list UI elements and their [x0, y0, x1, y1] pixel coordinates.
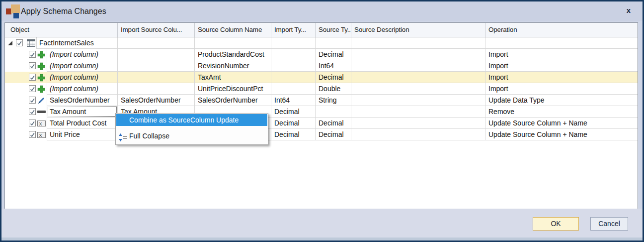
logo-blue-square [13, 13, 19, 18]
import_type-cell[interactable]: Int64 [271, 95, 316, 106]
source_description-cell[interactable] [351, 72, 485, 83]
window-title: Apply Schema Changes [21, 1, 106, 21]
import_source-cell[interactable] [118, 37, 195, 49]
import_type-cell[interactable] [271, 60, 316, 72]
object-name-cell[interactable]: (Import column) [47, 83, 118, 95]
object-name-label: Tax Amount [50, 108, 86, 116]
column-header-object[interactable]: Object [5, 23, 118, 37]
source_column-cell[interactable]: RevisionNumber [195, 60, 271, 72]
source_description-cell[interactable] [351, 49, 485, 60]
source_description-cell[interactable] [351, 118, 485, 129]
row-checkbox[interactable] [29, 85, 36, 92]
object-name-cell[interactable]: Total Product Cost [47, 118, 118, 129]
menu-item-combine-as-sourcecolumn-update[interactable]: Combine as SourceColumn Update [116, 114, 267, 126]
import_type-cell[interactable] [271, 49, 316, 60]
import_source-cell[interactable] [118, 83, 195, 95]
import_type-cell[interactable]: Decimal [271, 129, 316, 140]
row-checkbox[interactable] [29, 74, 36, 81]
object-cell: (Import column) [5, 60, 118, 72]
object-name-cell[interactable]: (Import column) [47, 72, 118, 83]
source_description-cell[interactable] [351, 106, 485, 118]
object-name-label: (Import column) [50, 85, 98, 93]
menu-item-label: Full Collapse [129, 132, 169, 140]
import_source-cell[interactable] [118, 49, 195, 60]
row-checkbox[interactable] [29, 108, 36, 115]
source_description-cell[interactable] [351, 37, 485, 49]
import_source-cell[interactable] [118, 60, 195, 72]
cancel-button[interactable]: Cancel [590, 217, 628, 231]
operation-cell[interactable]: Update Source Column + Name [485, 129, 638, 140]
column-header-import_source[interactable]: Import Source Colu... [118, 23, 195, 37]
app-logo-icon [4, 3, 20, 19]
row-checkbox[interactable] [29, 97, 36, 104]
import_source-cell[interactable] [118, 72, 195, 83]
source_type-cell[interactable]: Decimal [316, 49, 351, 60]
source_column-cell[interactable]: ProductStandardCost [195, 49, 271, 60]
window-bottom-edge [1, 238, 643, 241]
source_type-cell[interactable]: Double [316, 83, 351, 95]
source_description-cell[interactable] [351, 129, 485, 140]
operation-cell[interactable]: Import [485, 60, 638, 72]
close-icon[interactable]: x [627, 6, 631, 14]
source_type-cell[interactable]: Int64 [316, 60, 351, 72]
column-header-operation[interactable]: Operation [485, 23, 638, 37]
source_type-cell[interactable]: Decimal [316, 129, 351, 140]
column-header-source_description[interactable]: Source Description [351, 23, 485, 37]
import_type-cell[interactable] [271, 72, 316, 83]
object-name-cell[interactable]: FactInternetSales [36, 37, 118, 49]
source_column-cell[interactable] [195, 37, 271, 49]
source_type-cell[interactable]: Decimal [316, 118, 351, 129]
object-name-cell[interactable]: Tax Amount [47, 106, 118, 118]
context-menu: Combine as SourceColumn Update Full Coll… [115, 113, 268, 145]
menu-item-full-collapse[interactable]: Full Collapse [116, 129, 267, 143]
import_type-cell[interactable]: Decimal [271, 106, 316, 118]
import_type-cell[interactable] [271, 37, 316, 49]
operation-cell[interactable]: Update Source Column + Name [485, 118, 638, 129]
row-checkbox[interactable] [29, 62, 36, 69]
apply-schema-changes-dialog: Apply Schema Changes x ObjectImport Sour… [0, 0, 644, 242]
source_column-cell[interactable]: SalesOrderNumber [195, 95, 271, 106]
object-name-cell[interactable]: (Import column) [47, 49, 118, 60]
logo-tan-square [11, 4, 20, 13]
row-checkbox[interactable] [29, 120, 36, 126]
column-header-source_column[interactable]: Source Column Name [195, 23, 271, 37]
operation-cell[interactable]: Import [485, 49, 638, 60]
object-name-label: SalesOrderNumber [50, 96, 110, 104]
table-row: (Import column)UnitPriceDiscountPctDoubl… [5, 83, 638, 95]
object-name-cell[interactable]: (Import column) [47, 60, 118, 72]
column-header-import_type[interactable]: Import Ty... [271, 23, 316, 37]
import_type-cell[interactable] [271, 83, 316, 95]
object-name-cell[interactable]: Unit Price [47, 129, 118, 140]
source_description-cell[interactable] [351, 60, 485, 72]
source_type-cell[interactable]: String [316, 95, 351, 106]
row-checkbox[interactable] [29, 51, 36, 58]
column-header-source_type[interactable]: Source Ty... [316, 23, 351, 37]
collapse-icon [119, 132, 127, 146]
operation-cell[interactable]: Import [485, 83, 638, 95]
operation-cell[interactable]: Remove [485, 106, 638, 118]
import_type-cell[interactable]: Decimal [271, 118, 316, 129]
table-row: FactInternetSales [5, 37, 638, 49]
object-cell: FactInternetSales [5, 37, 118, 49]
import_source-cell[interactable]: SalesOrderNumber [118, 95, 195, 106]
grid-header: ObjectImport Source Colu...Source Column… [5, 23, 638, 37]
object-name-cell[interactable]: SalesOrderNumber [47, 95, 118, 106]
source_type-cell[interactable] [316, 37, 351, 49]
source_column-cell[interactable]: TaxAmt [195, 72, 271, 83]
operation-cell[interactable]: Import [485, 72, 638, 83]
row-checkbox[interactable] [29, 131, 36, 138]
object-cell: XTotal Product Cost [5, 118, 118, 129]
source_column-cell[interactable]: UnitPriceDiscountPct [195, 83, 271, 95]
row-checkbox[interactable] [16, 39, 23, 46]
source_type-cell[interactable]: Decimal [316, 72, 351, 83]
source_description-cell[interactable] [351, 83, 485, 95]
operation-cell[interactable] [485, 37, 638, 49]
object-cell: (Import column) [5, 83, 118, 95]
source_type-cell[interactable] [316, 106, 351, 118]
ok-button[interactable]: OK [533, 217, 579, 231]
operation-cell[interactable]: Update Data Type [485, 95, 638, 106]
grid-body: FactInternetSales(Import column)ProductS… [5, 37, 638, 140]
table-row: (Import column)ProductStandardCostDecima… [5, 49, 638, 60]
object-name-label: (Import column) [50, 62, 98, 70]
source_description-cell[interactable] [351, 95, 485, 106]
